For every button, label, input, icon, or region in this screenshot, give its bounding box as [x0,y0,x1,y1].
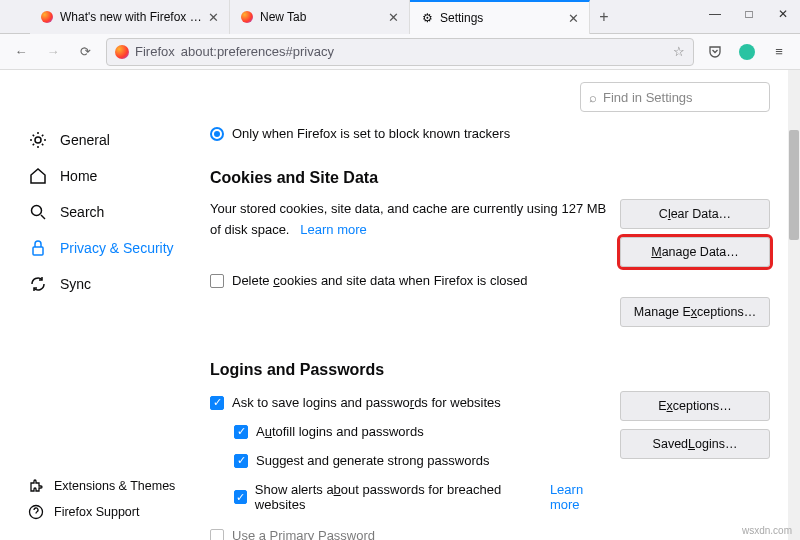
settings-main: Only when Firefox is set to block known … [200,70,800,540]
clear-data-button[interactable]: Clear Data… [620,199,770,229]
sidebar-item-privacy[interactable]: Privacy & Security [28,238,200,258]
logins-learn-more-link[interactable]: Learn more [550,482,610,512]
tab-label: Settings [440,11,562,25]
sidebar-item-search[interactable]: Search [28,202,200,222]
titlebar: What's new with Firefox - Mo… ✕ New Tab … [0,0,800,34]
close-icon[interactable]: ✕ [568,11,579,26]
logins-exceptions-button[interactable]: Exceptions… [620,391,770,421]
sidebar-item-label: Privacy & Security [60,240,174,256]
home-icon [28,166,48,186]
checkbox-label: Show alerts about passwords for breached… [255,482,527,512]
bookmark-star-icon[interactable]: ☆ [673,44,685,59]
use-primary-password-checkbox[interactable]: Use a Primary Password [210,528,610,540]
checkbox-unchecked-icon [210,274,224,288]
pocket-icon[interactable] [704,44,726,60]
checkbox-checked-icon: ✓ [210,396,224,410]
gear-icon: ⚙ [420,11,434,25]
back-button[interactable]: ← [10,41,32,63]
search-icon [28,202,48,222]
sidebar-item-label: Search [60,204,104,220]
maximize-button[interactable]: □ [732,0,766,28]
sidebar-footer-label: Extensions & Themes [54,479,175,493]
forward-button[interactable]: → [42,41,64,63]
close-icon[interactable]: ✕ [388,10,399,25]
sidebar-item-home[interactable]: Home [28,166,200,186]
sidebar-support-link[interactable]: Firefox Support [28,504,200,520]
radio-selected-icon [210,127,224,141]
tab-label: New Tab [260,10,382,24]
saved-logins-button[interactable]: Saved Logins… [620,429,770,459]
cookies-learn-more-link[interactable]: Learn more [300,222,366,237]
firefox-icon [115,45,129,59]
logins-heading: Logins and Passwords [210,361,770,379]
sidebar-item-label: General [60,132,110,148]
sidebar-item-general[interactable]: General [28,130,200,150]
window-controls: — □ ✕ [698,0,800,28]
menu-icon[interactable]: ≡ [768,44,790,59]
close-icon[interactable]: ✕ [208,10,219,25]
sidebar-item-label: Home [60,168,97,184]
url-text: about:preferences#privacy [181,44,334,59]
tab-settings[interactable]: ⚙ Settings ✕ [410,0,590,34]
cookies-heading: Cookies and Site Data [210,169,770,187]
help-icon [28,504,44,520]
lock-icon [28,238,48,258]
toolbar: ← → ⟳ Firefox about:preferences#privacy … [0,34,800,70]
checkbox-checked-icon: ✓ [234,454,248,468]
suggest-passwords-checkbox[interactable]: ✓ Suggest and generate strong passwords [234,453,610,468]
svg-point-0 [35,137,41,143]
sidebar-item-label: Sync [60,276,91,292]
tracker-radio-row[interactable]: Only when Firefox is set to block known … [210,126,770,141]
svg-point-1 [32,206,42,216]
tab-newtab[interactable]: New Tab ✕ [230,0,410,34]
checkbox-checked-icon: ✓ [234,490,247,504]
sidebar-extensions-link[interactable]: Extensions & Themes [28,478,200,494]
settings-sidebar: General Home Search Privacy & Security S… [0,70,200,540]
breach-alerts-checkbox[interactable]: ✓ Show alerts about passwords for breach… [234,482,610,512]
firefox-icon [40,10,54,24]
svg-rect-2 [33,247,43,255]
tab-strip: What's new with Firefox - Mo… ✕ New Tab … [0,0,698,34]
sync-icon [28,274,48,294]
puzzle-icon [28,478,44,494]
minimize-button[interactable]: — [698,0,732,28]
delete-cookies-checkbox[interactable]: Delete cookies and site data when Firefo… [210,271,610,292]
tab-label: What's new with Firefox - Mo… [60,10,202,24]
autofill-checkbox[interactable]: ✓ Autofill logins and passwords [234,424,610,439]
reload-button[interactable]: ⟳ [74,41,96,63]
scrollbar-thumb[interactable] [789,130,799,240]
watermark: wsxdn.com [742,525,792,536]
checkbox-label: Suggest and generate strong passwords [256,453,489,468]
cookies-description: Your stored cookies, site data, and cach… [210,201,606,237]
content-area: ⌕ Find in Settings General Home Search P… [0,70,800,540]
radio-label: Only when Firefox is set to block known … [232,126,510,141]
checkbox-label: Ask to save logins and passwords for web… [232,395,501,410]
checkbox-checked-icon: ✓ [234,425,248,439]
checkbox-label: Delete cookies and site data when Firefo… [232,271,528,292]
url-identity-label: Firefox [135,44,175,59]
sidebar-item-sync[interactable]: Sync [28,274,200,294]
checkbox-label: Use a Primary Password [232,528,375,540]
close-button[interactable]: ✕ [766,0,800,28]
new-tab-button[interactable]: + [590,0,618,34]
account-icon[interactable] [736,44,758,60]
sidebar-footer-label: Firefox Support [54,505,139,519]
gear-icon [28,130,48,150]
firefox-icon [240,10,254,24]
manage-data-button[interactable]: Manage Data… [620,237,770,267]
checkbox-unchecked-icon [210,529,224,541]
scrollbar[interactable] [788,70,800,540]
url-bar[interactable]: Firefox about:preferences#privacy ☆ [106,38,694,66]
checkbox-label: Autofill logins and passwords [256,424,424,439]
tab-whatsnew[interactable]: What's new with Firefox - Mo… ✕ [30,0,230,34]
manage-exceptions-button[interactable]: Manage Exceptions… [620,297,770,327]
ask-save-logins-checkbox[interactable]: ✓ Ask to save logins and passwords for w… [210,395,610,410]
